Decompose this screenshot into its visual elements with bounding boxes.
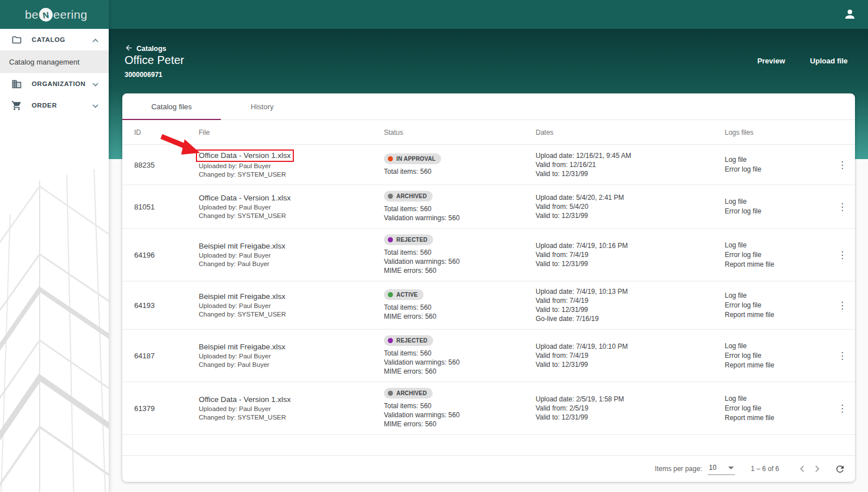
header-actions: Preview Upload file — [757, 57, 848, 65]
log-file-link[interactable]: Log file — [725, 291, 824, 301]
status-cell: REJECTED Total items: 560 Validation war… — [384, 335, 536, 376]
sidebar-item-catalog-management[interactable]: Catalog management — [0, 50, 109, 73]
error-log-file-link[interactable]: Error log file — [725, 351, 824, 361]
table-row: 64187 Beispiel mit Freigabe.xlsx Uploade… — [122, 330, 855, 382]
file-name[interactable]: Office Data - Version 1.xlsx — [199, 193, 384, 203]
sidebar-item-order[interactable]: ORDER — [0, 95, 109, 116]
status-dot — [388, 391, 393, 396]
log-file-link[interactable]: Log file — [725, 197, 824, 207]
sidebar-item-label: CATALOG — [32, 36, 92, 43]
file-name-highlighted[interactable]: Office Data - Version 1.xlsx — [196, 149, 294, 162]
brand-emblem-icon: N — [38, 7, 53, 22]
dates-cell: Upload date: 7/4/19, 10:13 PM Valid from… — [536, 287, 725, 323]
refresh-button[interactable] — [832, 461, 847, 476]
items-per-page-select[interactable]: 10 — [708, 463, 735, 475]
top-app-bar — [109, 0, 868, 29]
report-mime-file-link[interactable]: Report mime file — [725, 413, 824, 423]
preview-button[interactable]: Preview — [757, 57, 785, 65]
stat-line: Total items: 560 — [384, 303, 536, 312]
items-per-page-label: Items per page: — [655, 465, 702, 473]
table-paginator: Items per page: 10 1 – 6 of 6 — [122, 455, 855, 482]
uploaded-by: Uploaded by: Paul Buyer — [199, 405, 384, 413]
folder-icon — [11, 34, 23, 45]
log-file-link[interactable]: Log file — [725, 394, 824, 404]
chevron-down-icon — [92, 79, 99, 89]
error-log-file-link[interactable]: Error log file — [725, 301, 824, 310]
status-badge: IN APPROVAL — [384, 153, 441, 164]
log-file-link[interactable]: Log file — [725, 341, 824, 351]
brand-logo: be N eering — [25, 8, 87, 22]
file-name[interactable]: Beispiel mit Freigabe.xlsx — [199, 342, 384, 352]
page-title: Office Peter — [125, 54, 184, 67]
page-range-label: 1 – 6 of 6 — [751, 465, 779, 473]
dropdown-caret-icon — [728, 467, 734, 469]
error-log-file-link[interactable]: Error log file — [725, 404, 824, 413]
uploaded-by: Uploaded by: Paul Buyer — [199, 203, 384, 212]
status-badge: ARCHIVED — [384, 191, 433, 202]
row-id: 64196 — [122, 251, 199, 259]
row-kebab-menu-icon[interactable]: ⋮ — [836, 351, 849, 361]
report-mime-file-link[interactable]: Report mime file — [725, 260, 824, 269]
chevron-left-icon — [796, 463, 809, 475]
logs-cell: Log file Error log file Report mime file — [725, 341, 824, 370]
row-kebab-menu-icon[interactable]: ⋮ — [836, 202, 849, 212]
upload-file-button[interactable]: Upload file — [810, 57, 848, 65]
log-file-link[interactable]: Log file — [725, 155, 824, 165]
user-account-button[interactable] — [843, 7, 858, 22]
tab-catalog-files[interactable]: Catalog files — [122, 93, 221, 119]
date-line: Valid from: 12/16/21 — [536, 160, 725, 169]
status-dot — [388, 292, 393, 297]
row-kebab-menu-icon[interactable]: ⋮ — [836, 404, 849, 413]
date-line: Valid to: 12/31/99 — [536, 259, 725, 268]
row-id: 81051 — [122, 203, 199, 211]
row-kebab-menu-icon[interactable]: ⋮ — [836, 160, 849, 170]
row-kebab-menu-icon[interactable]: ⋮ — [836, 250, 849, 260]
status-badge: REJECTED — [384, 335, 433, 346]
report-mime-file-link[interactable]: Report mime file — [725, 310, 824, 320]
status-badge: REJECTED — [384, 234, 433, 245]
status-cell: REJECTED Total items: 560 Validation war… — [384, 234, 536, 275]
tab-label: History — [251, 102, 273, 111]
date-line: Valid from: 7/4/19 — [536, 351, 725, 360]
log-file-link[interactable]: Log file — [725, 241, 824, 250]
row-id: 88235 — [122, 161, 199, 169]
date-line: Valid from: 2/5/19 — [536, 404, 725, 413]
stat-line: MIME errors: 560 — [384, 312, 536, 321]
dates-cell: Upload date: 2/5/19, 1:58 PM Valid from:… — [536, 395, 725, 422]
file-cell: Office Data - Version 1.xlsx Uploaded by… — [199, 395, 384, 422]
stat-line: Validation warrnings: 560 — [384, 213, 536, 223]
row-kebab-menu-icon[interactable]: ⋮ — [836, 301, 849, 310]
stat-line: Validation warrnings: 560 — [384, 358, 536, 367]
error-log-file-link[interactable]: Error log file — [725, 207, 824, 216]
previous-page-button[interactable] — [795, 461, 810, 476]
date-line: Upload date: 7/4/19, 10:16 PM — [536, 241, 725, 250]
status-cell: ARCHIVED Total items: 560 Validation war… — [384, 191, 536, 223]
catalog-files-card: Catalog files History ID File Status Dat… — [122, 93, 855, 482]
active-tab-underline — [122, 119, 221, 120]
error-log-file-link[interactable]: Error log file — [725, 250, 824, 260]
refresh-icon — [835, 464, 845, 474]
stat-line: Validation warrnings: 560 — [384, 410, 536, 420]
brand-prefix: be — [25, 8, 39, 22]
stat-line: Total items: 560 — [384, 349, 536, 358]
dates-cell: Upload date: 7/4/19, 10:10 PM Valid from… — [536, 342, 725, 369]
logs-cell: Log file Error log file — [725, 155, 824, 174]
date-line: Valid to: 12/31/99 — [536, 169, 725, 178]
file-name[interactable]: Office Data - Version 1.xlsx — [199, 395, 384, 405]
next-page-button[interactable] — [810, 461, 824, 476]
stat-line: Validation warrnings: 560 — [384, 257, 536, 266]
sidebar-item-organization[interactable]: ORGANIZATION — [0, 73, 109, 95]
file-cell: Office Data - Version 1.xlsx Uploaded by… — [199, 151, 384, 179]
stat-line: MIME errors: 560 — [384, 420, 536, 429]
changed-by: Changed by: Paul Buyer — [199, 260, 384, 268]
report-mime-file-link[interactable]: Report mime file — [725, 361, 824, 370]
file-name[interactable]: Beispiel mit Freigabe.xlsx — [199, 241, 384, 251]
sidebar-item-catalog[interactable]: CATALOG — [0, 29, 109, 50]
file-name[interactable]: Beispiel mit Freigabe.xlsx — [199, 292, 384, 302]
changed-by: Changed by: Paul Buyer — [199, 361, 384, 369]
error-log-file-link[interactable]: Error log file — [725, 165, 824, 174]
back-to-catalogs-link[interactable]: Catalogs — [125, 44, 166, 54]
column-header-file: File — [199, 129, 384, 136]
date-line: Upload date: 12/16/21, 9:45 AM — [536, 151, 725, 160]
tab-history[interactable]: History — [221, 93, 303, 119]
